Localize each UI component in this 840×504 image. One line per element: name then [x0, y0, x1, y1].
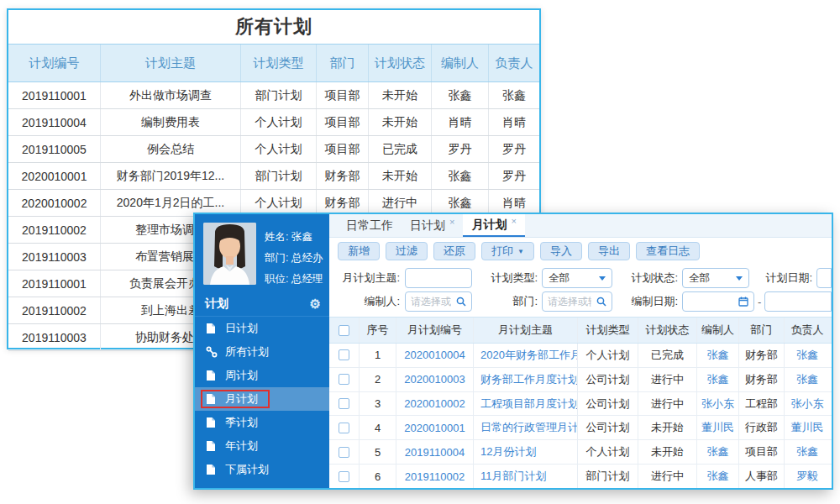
toolbar: 新增过滤还原打印▼导入导出查看日志 — [329, 238, 832, 265]
打印-button[interactable]: 打印▼ — [481, 242, 534, 260]
owner-cell: 董川民 — [785, 416, 830, 439]
owner-link[interactable]: 张鑫 — [796, 444, 818, 459]
close-icon[interactable]: × — [511, 216, 516, 226]
sidebar-item-下属计划[interactable]: 下属计划 — [195, 458, 329, 481]
owner-link[interactable]: 张鑫 — [796, 372, 818, 387]
create-date-to-field[interactable] — [765, 292, 831, 311]
tab-日常工作[interactable]: 日常工作 — [338, 214, 402, 237]
owner-link[interactable]: 董川民 — [791, 420, 824, 435]
creator-filter-input[interactable] — [405, 291, 472, 312]
row-checkbox[interactable] — [339, 374, 349, 385]
查看日志-button[interactable]: 查看日志 — [636, 242, 700, 260]
cell: 编制费用表 — [101, 109, 241, 135]
column-header: 负责人 — [785, 318, 830, 343]
calendar-icon[interactable] — [738, 297, 748, 307]
owner-link[interactable]: 罗毅 — [796, 469, 818, 484]
table-row[interactable]: 2019110001外出做市场调查部门计划项目部未开始张鑫张鑫 — [8, 82, 539, 109]
过滤-button[interactable]: 过滤 — [386, 242, 428, 260]
creator-link[interactable]: 张鑫 — [707, 469, 729, 484]
plan-date-input-field[interactable] — [817, 269, 831, 287]
subject-link[interactable]: 工程项目部月度计划 — [480, 396, 578, 412]
table-row[interactable]: 6201911000211月部门计划部门计划进行中张鑫人事部罗毅 — [329, 465, 832, 488]
header-checkbox-cell — [329, 318, 360, 343]
subject-cell: 2020年财务部工作月... — [474, 344, 578, 367]
document-icon — [206, 464, 218, 475]
sidebar-item-年计划[interactable]: 年计划 — [195, 434, 329, 458]
creator-link[interactable]: 张小东 — [701, 396, 734, 412]
plan-no-link[interactable]: 2020010004 — [404, 349, 465, 361]
table-row[interactable]: 2020010001财务部门2019年12...部门计划财务部未开始张鑫罗丹 — [8, 163, 539, 190]
table-row[interactable]: 32020010002工程项目部月度计划公司计划进行中张小东工程部张小东 — [329, 392, 832, 417]
create-date-filter-label: 编制日期: — [624, 294, 678, 309]
status-filter-select[interactable]: 全部 — [682, 268, 749, 288]
dept-input-field[interactable] — [543, 292, 596, 311]
creator-link[interactable]: 董川民 — [701, 420, 734, 435]
plan-no-link[interactable]: 2020010001 — [404, 422, 465, 434]
row-checkbox[interactable] — [339, 349, 349, 360]
search-icon[interactable] — [596, 297, 606, 307]
subject-link[interactable]: 2020年财务部工作月... — [480, 348, 578, 363]
subject-filter-input[interactable] — [405, 268, 472, 288]
subject-link[interactable]: 12月份计划 — [480, 444, 536, 459]
plan-no-link[interactable]: 2020010003 — [404, 373, 465, 386]
creator-link[interactable]: 张鑫 — [707, 348, 729, 363]
row-checkbox[interactable] — [339, 423, 349, 433]
plan-date-filter-input[interactable] — [816, 268, 832, 288]
tab-日计划[interactable]: 日计划× — [402, 214, 463, 237]
tab-月计划[interactable]: 月计划× — [463, 214, 524, 237]
user-profile: 姓名: 张鑫 部门: 总经办 职位: 总经理 — [195, 214, 329, 291]
subject-link[interactable]: 财务部工作月度计划 — [480, 372, 578, 387]
plan-no-cell: 2019110004 — [396, 440, 474, 464]
cell: 张鑫 — [432, 82, 489, 108]
table-row[interactable]: 2019110005例会总结个人计划项目部已完成罗丹罗丹 — [8, 136, 539, 163]
subject-filter-input-field[interactable] — [406, 269, 471, 287]
status-cell: 已完成 — [638, 344, 697, 367]
table-row[interactable]: 5201911000412月份计划个人计划未开始张鑫项目部张鑫 — [329, 440, 832, 465]
subject-link[interactable]: 日常的行政管理月计划 — [480, 420, 578, 435]
close-icon[interactable]: × — [449, 217, 454, 227]
creator-link[interactable]: 张鑫 — [707, 372, 729, 387]
creator-input-field[interactable] — [406, 292, 456, 311]
plan-no-link[interactable]: 2020010002 — [404, 397, 465, 410]
owner-link[interactable]: 张鑫 — [796, 348, 818, 363]
table-row[interactable]: 22020010003财务部工作月度计划公司计划进行中张鑫财务部张鑫 — [329, 368, 832, 392]
row-checkbox[interactable] — [339, 398, 349, 409]
search-icon[interactable] — [456, 297, 466, 307]
create-date-from-field[interactable] — [683, 292, 738, 311]
sidebar-item-所有计划[interactable]: 所有计划 — [195, 340, 329, 364]
cell: 未开始 — [369, 109, 432, 135]
row-checkbox[interactable] — [339, 447, 349, 458]
还原-button[interactable]: 还原 — [433, 242, 475, 260]
select-all-checkbox[interactable] — [339, 325, 349, 336]
button-label: 过滤 — [396, 244, 417, 259]
sidebar-item-周计划[interactable]: 周计划 — [195, 364, 329, 387]
cell: 部门计划 — [241, 163, 317, 189]
tab-label: 日计划 — [410, 218, 445, 234]
owner-cell: 张鑫 — [785, 440, 830, 464]
导出-button[interactable]: 导出 — [588, 242, 630, 260]
create-date-from-input[interactable] — [682, 291, 754, 312]
sidebar-item-日计划[interactable]: 日计划 — [195, 317, 329, 340]
button-label: 导出 — [598, 244, 620, 259]
plan-no-link[interactable]: 2019110004 — [405, 446, 465, 459]
table-row[interactable]: 120200100042020年财务部工作月...个人计划已完成张鑫财务部张鑫 — [329, 344, 832, 368]
table-row[interactable]: 2019110004编制费用表个人计划项目部未开始肖晴肖晴 — [8, 109, 539, 136]
新增-button[interactable]: 新增 — [338, 242, 380, 260]
row-checkbox[interactable] — [339, 471, 349, 482]
sidebar-header: 计划 ⚙ — [195, 291, 329, 317]
checkbox-cell — [329, 465, 360, 488]
plan-no-link[interactable]: 2019110002 — [405, 470, 465, 483]
dept-filter-input[interactable] — [542, 291, 612, 312]
creator-link[interactable]: 张鑫 — [707, 444, 729, 459]
sidebar-item-季计划[interactable]: 季计划 — [195, 411, 329, 434]
sidebar-menu: 日计划所有计划周计划月计划季计划年计划下属计划 — [195, 317, 329, 481]
cell: 部门计划 — [241, 82, 317, 108]
subject-link[interactable]: 11月部门计划 — [480, 469, 547, 484]
table-row[interactable]: 42020010001日常的行政管理月计划公司计划未开始董川民行政部董川民 — [329, 416, 832, 440]
sidebar-item-月计划[interactable]: 月计划 — [195, 387, 329, 411]
type-filter-select[interactable]: 全部 — [542, 268, 612, 288]
gear-icon[interactable]: ⚙ — [310, 297, 321, 312]
导入-button[interactable]: 导入 — [540, 242, 582, 260]
owner-link[interactable]: 张小东 — [791, 396, 824, 412]
create-date-to-input[interactable] — [764, 291, 832, 312]
